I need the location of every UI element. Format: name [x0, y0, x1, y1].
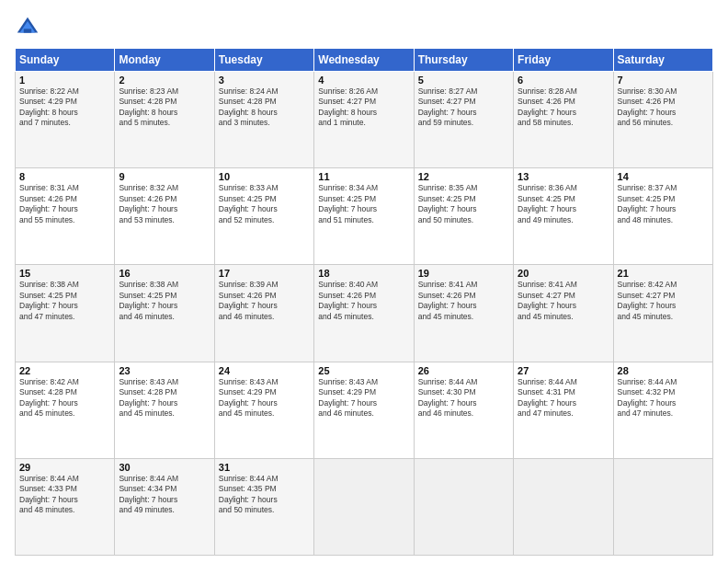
day-cell: 29Sunrise: 8:44 AM Sunset: 4:33 PM Dayli…: [16, 458, 115, 555]
day-info: Sunrise: 8:34 AM Sunset: 4:25 PM Dayligh…: [318, 183, 409, 225]
day-cell: 12Sunrise: 8:35 AM Sunset: 4:25 PM Dayli…: [414, 168, 513, 265]
day-cell: 3Sunrise: 8:24 AM Sunset: 4:28 PM Daylig…: [214, 72, 313, 168]
header-cell-sunday: Sunday: [16, 49, 115, 72]
day-cell: 13Sunrise: 8:36 AM Sunset: 4:25 PM Dayli…: [514, 168, 613, 265]
day-info: Sunrise: 8:37 AM Sunset: 4:25 PM Dayligh…: [618, 183, 709, 225]
day-number: 21: [618, 268, 709, 279]
day-cell: 10Sunrise: 8:33 AM Sunset: 4:25 PM Dayli…: [214, 168, 313, 265]
calendar-header: SundayMondayTuesdayWednesdayThursdayFrid…: [16, 49, 713, 72]
day-number: 9: [119, 171, 210, 182]
day-cell: 21Sunrise: 8:42 AM Sunset: 4:27 PM Dayli…: [613, 265, 712, 362]
logo-icon: [15, 15, 40, 40]
day-info: Sunrise: 8:44 AM Sunset: 4:30 PM Dayligh…: [418, 377, 509, 419]
day-info: Sunrise: 8:24 AM Sunset: 4:28 PM Dayligh…: [219, 86, 310, 129]
day-cell: 9Sunrise: 8:32 AM Sunset: 4:26 PM Daylig…: [115, 168, 214, 265]
day-cell: 4Sunrise: 8:26 AM Sunset: 4:27 PM Daylig…: [314, 72, 414, 168]
day-number: 30: [119, 462, 210, 473]
day-cell: [314, 458, 414, 555]
day-number: 8: [19, 171, 110, 182]
day-cell: 18Sunrise: 8:40 AM Sunset: 4:26 PM Dayli…: [314, 265, 414, 362]
day-number: 3: [219, 75, 310, 86]
day-cell: 1Sunrise: 8:22 AM Sunset: 4:29 PM Daylig…: [16, 72, 115, 168]
day-info: Sunrise: 8:38 AM Sunset: 4:25 PM Dayligh…: [119, 280, 210, 322]
day-number: 26: [418, 365, 509, 376]
svg-rect-2: [24, 29, 31, 32]
day-cell: [414, 458, 513, 555]
day-number: 10: [219, 171, 310, 182]
day-number: 27: [518, 365, 609, 376]
day-info: Sunrise: 8:43 AM Sunset: 4:28 PM Dayligh…: [119, 377, 210, 419]
day-info: Sunrise: 8:30 AM Sunset: 4:26 PM Dayligh…: [618, 86, 709, 129]
day-number: 11: [318, 171, 409, 182]
week-row-4: 29Sunrise: 8:44 AM Sunset: 4:33 PM Dayli…: [16, 458, 713, 555]
day-info: Sunrise: 8:44 AM Sunset: 4:33 PM Dayligh…: [19, 474, 110, 516]
week-row-2: 15Sunrise: 8:38 AM Sunset: 4:25 PM Dayli…: [16, 265, 713, 362]
calendar-body: 1Sunrise: 8:22 AM Sunset: 4:29 PM Daylig…: [16, 72, 713, 556]
day-cell: [613, 458, 712, 555]
day-number: 15: [19, 268, 110, 279]
day-number: 28: [618, 365, 709, 376]
day-info: Sunrise: 8:33 AM Sunset: 4:25 PM Dayligh…: [219, 183, 310, 225]
day-info: Sunrise: 8:44 AM Sunset: 4:32 PM Dayligh…: [618, 377, 709, 419]
day-info: Sunrise: 8:42 AM Sunset: 4:28 PM Dayligh…: [19, 377, 110, 419]
day-number: 7: [618, 75, 709, 86]
day-cell: 17Sunrise: 8:39 AM Sunset: 4:26 PM Dayli…: [214, 265, 313, 362]
day-info: Sunrise: 8:40 AM Sunset: 4:26 PM Dayligh…: [318, 280, 409, 322]
day-cell: 6Sunrise: 8:28 AM Sunset: 4:26 PM Daylig…: [514, 72, 613, 168]
day-cell: 24Sunrise: 8:43 AM Sunset: 4:29 PM Dayli…: [214, 362, 313, 458]
header-cell-friday: Friday: [514, 49, 613, 72]
day-number: 4: [318, 75, 409, 86]
day-cell: 25Sunrise: 8:43 AM Sunset: 4:29 PM Dayli…: [314, 362, 414, 458]
day-number: 18: [318, 268, 409, 279]
day-number: 2: [119, 75, 210, 86]
header-row: SundayMondayTuesdayWednesdayThursdayFrid…: [16, 49, 713, 72]
day-number: 23: [119, 365, 210, 376]
day-info: Sunrise: 8:44 AM Sunset: 4:34 PM Dayligh…: [119, 474, 210, 516]
day-cell: 11Sunrise: 8:34 AM Sunset: 4:25 PM Dayli…: [314, 168, 414, 265]
day-info: Sunrise: 8:26 AM Sunset: 4:27 PM Dayligh…: [318, 86, 409, 129]
day-info: Sunrise: 8:44 AM Sunset: 4:31 PM Dayligh…: [518, 377, 609, 419]
day-cell: 7Sunrise: 8:30 AM Sunset: 4:26 PM Daylig…: [613, 72, 712, 168]
day-cell: 26Sunrise: 8:44 AM Sunset: 4:30 PM Dayli…: [414, 362, 513, 458]
day-info: Sunrise: 8:41 AM Sunset: 4:27 PM Dayligh…: [518, 280, 609, 322]
day-cell: [514, 458, 613, 555]
day-info: Sunrise: 8:39 AM Sunset: 4:26 PM Dayligh…: [219, 280, 310, 322]
day-cell: 28Sunrise: 8:44 AM Sunset: 4:32 PM Dayli…: [613, 362, 712, 458]
day-number: 6: [518, 75, 609, 86]
week-row-0: 1Sunrise: 8:22 AM Sunset: 4:29 PM Daylig…: [16, 72, 713, 168]
day-cell: 27Sunrise: 8:44 AM Sunset: 4:31 PM Dayli…: [514, 362, 613, 458]
day-info: Sunrise: 8:23 AM Sunset: 4:28 PM Dayligh…: [119, 86, 210, 129]
day-info: Sunrise: 8:28 AM Sunset: 4:26 PM Dayligh…: [518, 86, 609, 129]
header-cell-saturday: Saturday: [613, 49, 712, 72]
day-info: Sunrise: 8:31 AM Sunset: 4:26 PM Dayligh…: [19, 183, 110, 225]
day-cell: 2Sunrise: 8:23 AM Sunset: 4:28 PM Daylig…: [115, 72, 214, 168]
day-number: 24: [219, 365, 310, 376]
day-number: 5: [418, 75, 509, 86]
day-cell: 30Sunrise: 8:44 AM Sunset: 4:34 PM Dayli…: [115, 458, 214, 555]
day-info: Sunrise: 8:27 AM Sunset: 4:27 PM Dayligh…: [418, 86, 509, 129]
day-number: 14: [618, 171, 709, 182]
day-info: Sunrise: 8:36 AM Sunset: 4:25 PM Dayligh…: [518, 183, 609, 225]
page: SundayMondayTuesdayWednesdayThursdayFrid…: [0, 0, 728, 563]
calendar: SundayMondayTuesdayWednesdayThursdayFrid…: [15, 48, 713, 556]
day-info: Sunrise: 8:35 AM Sunset: 4:25 PM Dayligh…: [418, 183, 509, 225]
day-cell: 23Sunrise: 8:43 AM Sunset: 4:28 PM Dayli…: [115, 362, 214, 458]
day-cell: 31Sunrise: 8:44 AM Sunset: 4:35 PM Dayli…: [214, 458, 313, 555]
day-cell: 19Sunrise: 8:41 AM Sunset: 4:26 PM Dayli…: [414, 265, 513, 362]
day-cell: 22Sunrise: 8:42 AM Sunset: 4:28 PM Dayli…: [16, 362, 115, 458]
day-number: 16: [119, 268, 210, 279]
day-number: 20: [518, 268, 609, 279]
header: [15, 15, 713, 40]
day-number: 22: [19, 365, 110, 376]
day-info: Sunrise: 8:22 AM Sunset: 4:29 PM Dayligh…: [19, 86, 110, 129]
day-info: Sunrise: 8:44 AM Sunset: 4:35 PM Dayligh…: [219, 474, 310, 516]
day-number: 13: [518, 171, 609, 182]
day-number: 1: [19, 75, 110, 86]
header-cell-tuesday: Tuesday: [214, 49, 313, 72]
day-cell: 14Sunrise: 8:37 AM Sunset: 4:25 PM Dayli…: [613, 168, 712, 265]
day-cell: 5Sunrise: 8:27 AM Sunset: 4:27 PM Daylig…: [414, 72, 513, 168]
header-cell-wednesday: Wednesday: [314, 49, 414, 72]
logo: [15, 15, 44, 40]
day-number: 29: [19, 462, 110, 473]
day-cell: 20Sunrise: 8:41 AM Sunset: 4:27 PM Dayli…: [514, 265, 613, 362]
